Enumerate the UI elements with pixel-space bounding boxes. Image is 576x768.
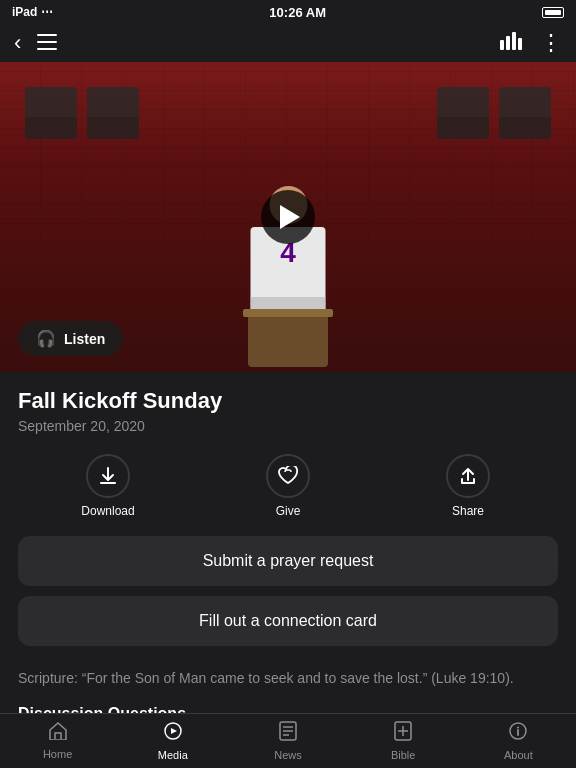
tab-bar: Home Media News <box>0 713 576 768</box>
status-time: 10:26 AM <box>269 5 326 20</box>
status-right <box>542 7 564 18</box>
wifi-icon: ⋅⋅⋅ <box>41 5 53 19</box>
svg-rect-0 <box>37 34 57 36</box>
give-icon <box>277 466 299 486</box>
tab-home[interactable]: Home <box>28 722 88 760</box>
battery-icon <box>542 7 564 18</box>
status-left: iPad ⋅⋅⋅ <box>12 5 53 19</box>
share-action[interactable]: Share <box>433 454 503 518</box>
scripture-text: Scripture: “For the Son of Man came to s… <box>18 668 558 689</box>
svg-rect-5 <box>512 32 516 50</box>
device-label: iPad <box>12 5 37 19</box>
download-label: Download <box>81 504 134 518</box>
chart-icon[interactable] <box>500 32 522 55</box>
home-tab-label: Home <box>43 748 72 760</box>
connection-card-button[interactable]: Fill out a connection card <box>18 596 558 646</box>
nav-right: ⋮ <box>500 30 562 56</box>
media-icon <box>163 721 183 746</box>
give-icon-circle <box>266 454 310 498</box>
actions-row: Download Give Share <box>18 454 558 518</box>
svg-marker-8 <box>171 728 177 734</box>
give-label: Give <box>276 504 301 518</box>
download-icon <box>98 466 118 486</box>
play-icon <box>280 205 300 229</box>
tab-about[interactable]: About <box>488 721 548 761</box>
news-icon <box>279 721 297 746</box>
play-button[interactable] <box>261 190 315 244</box>
listen-label: Listen <box>64 331 105 347</box>
bible-tab-label: Bible <box>391 749 415 761</box>
tab-bible[interactable]: Bible <box>373 721 433 761</box>
download-icon-circle <box>86 454 130 498</box>
sermon-info: Fall Kickoff Sunday September 20, 2020 <box>18 388 558 434</box>
nav-left: ‹ <box>14 30 57 56</box>
listen-button[interactable]: 🎧 Listen <box>18 321 123 356</box>
about-icon <box>508 721 528 746</box>
share-label: Share <box>452 504 484 518</box>
status-bar: iPad ⋅⋅⋅ 10:26 AM <box>0 0 576 24</box>
media-tab-label: Media <box>158 749 188 761</box>
tab-media[interactable]: Media <box>143 721 203 761</box>
nav-bar: ‹ ⋮ <box>0 24 576 62</box>
tab-news[interactable]: News <box>258 721 318 761</box>
prayer-request-button[interactable]: Submit a prayer request <box>18 536 558 586</box>
give-action[interactable]: Give <box>253 454 323 518</box>
menu-button[interactable] <box>37 32 57 55</box>
headphone-icon: 🎧 <box>36 329 56 348</box>
about-tab-label: About <box>504 749 533 761</box>
home-icon <box>48 722 68 745</box>
sermon-title: Fall Kickoff Sunday <box>18 388 558 414</box>
video-container: 4 🎧 Listen <box>0 62 576 372</box>
svg-rect-1 <box>37 41 57 43</box>
share-icon <box>458 466 478 486</box>
news-tab-label: News <box>274 749 302 761</box>
sermon-date: September 20, 2020 <box>18 418 558 434</box>
download-action[interactable]: Download <box>73 454 143 518</box>
bible-icon <box>394 721 412 746</box>
more-button[interactable]: ⋮ <box>540 30 562 56</box>
svg-rect-4 <box>506 36 510 50</box>
svg-point-18 <box>517 727 519 729</box>
svg-rect-6 <box>518 38 522 50</box>
content-area: Fall Kickoff Sunday September 20, 2020 D… <box>0 372 576 768</box>
share-icon-circle <box>446 454 490 498</box>
scripture-section: Scripture: “For the Son of Man came to s… <box>18 656 558 697</box>
svg-rect-3 <box>500 40 504 50</box>
svg-rect-2 <box>37 48 57 50</box>
back-button[interactable]: ‹ <box>14 30 21 56</box>
